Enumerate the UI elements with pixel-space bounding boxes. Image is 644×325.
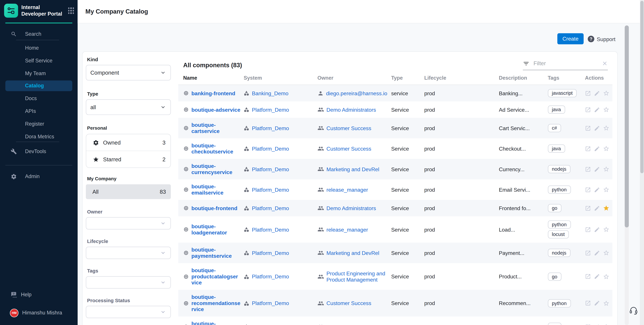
owner-link[interactable]: release_manager <box>326 226 368 233</box>
system-link[interactable]: Platform_Demo <box>252 226 289 233</box>
edit-icon[interactable] <box>594 205 600 211</box>
system-link[interactable]: Platform_Demo <box>252 250 289 256</box>
star-icon[interactable] <box>603 90 610 96</box>
owner-link[interactable]: diego.pereira@harness.io <box>326 90 387 96</box>
processing-status-select[interactable] <box>86 306 171 318</box>
table-scrollbar[interactable] <box>625 25 629 325</box>
edit-icon[interactable] <box>594 324 600 325</box>
type-select[interactable]: all <box>86 99 171 115</box>
sidebar-item-admin[interactable]: Admin <box>5 171 72 182</box>
component-name-link[interactable]: boutique-checkoutservice <box>192 142 240 155</box>
sidebar-item-self-service[interactable]: Self Service <box>5 55 72 66</box>
open-in-new-icon[interactable] <box>585 125 591 131</box>
edit-icon[interactable] <box>594 300 600 306</box>
component-name-link[interactable]: boutique-frontend <box>192 205 238 211</box>
column-header-description[interactable]: Description <box>499 73 548 85</box>
system-link[interactable]: Banking_Demo <box>252 90 288 96</box>
component-name-link[interactable]: boutique-productcatalogservice <box>192 267 240 286</box>
sidebar-item-register[interactable]: Register <box>5 119 72 129</box>
star-icon[interactable] <box>603 145 610 152</box>
edit-icon[interactable] <box>594 186 600 193</box>
column-header-owner[interactable]: Owner <box>318 73 391 85</box>
sidebar-item-docs[interactable]: Docs <box>5 93 72 104</box>
sidebar-item-dora-metrics[interactable]: Dora Metrics <box>5 131 72 142</box>
star-icon[interactable] <box>603 300 610 306</box>
owner-link[interactable]: Customer Success <box>326 146 371 152</box>
sidebar-item-catalog[interactable]: Catalog <box>5 80 72 91</box>
owner-link[interactable]: Customer Success <box>326 300 371 306</box>
filter-all-row[interactable]: All 83 <box>86 184 171 199</box>
filter-input[interactable] <box>533 60 598 67</box>
edit-icon[interactable] <box>594 226 600 233</box>
component-name-link[interactable]: boutique-emailservice <box>192 183 240 196</box>
system-link[interactable]: Platform_Demo <box>252 186 289 193</box>
edit-icon[interactable] <box>594 106 600 113</box>
column-header-type[interactable]: Type <box>391 73 424 85</box>
star-icon[interactable] <box>603 324 610 325</box>
owner-link[interactable]: release_manager <box>326 186 368 193</box>
system-link[interactable]: Platform_Demo <box>252 166 289 172</box>
owner-select[interactable] <box>86 217 171 229</box>
open-in-new-icon[interactable] <box>585 186 591 193</box>
column-header-tags[interactable]: Tags <box>548 73 585 85</box>
sidebar-item-apis[interactable]: APIs <box>5 106 72 117</box>
scrollbar-thumb[interactable] <box>640 1 644 173</box>
star-icon[interactable] <box>603 166 610 172</box>
column-header-lifecycle[interactable]: Lifecycle <box>424 73 499 85</box>
kind-select[interactable]: Component <box>86 65 171 80</box>
edit-icon[interactable] <box>594 125 600 131</box>
lifecycle-select[interactable] <box>86 247 171 259</box>
support-chat-icon[interactable] <box>629 306 638 315</box>
owner-link[interactable]: Marketing and DevRel <box>326 250 380 256</box>
owner-link[interactable]: Customer Success <box>326 125 371 131</box>
component-name-link[interactable]: boutique-adservice <box>192 106 240 113</box>
open-in-new-icon[interactable] <box>585 106 591 113</box>
open-in-new-icon[interactable] <box>585 146 591 152</box>
star-icon[interactable] <box>603 186 610 193</box>
column-header-system[interactable]: System <box>244 73 317 85</box>
owner-link[interactable]: Marketing and DevRel <box>326 324 380 325</box>
star-icon[interactable] <box>603 125 610 131</box>
open-in-new-icon[interactable] <box>585 205 591 211</box>
open-in-new-icon[interactable] <box>585 300 591 306</box>
scrollbar-thumb[interactable] <box>625 25 629 227</box>
system-link[interactable]: Platform_Demo <box>252 324 289 325</box>
support-button[interactable]: ? Support <box>588 36 616 42</box>
personal-filter-starred[interactable]: Starred2 <box>86 151 170 167</box>
open-in-new-icon[interactable] <box>585 226 591 233</box>
star-icon[interactable] <box>603 205 610 211</box>
component-name-link[interactable]: boutique-loadgenerator <box>192 223 240 236</box>
edit-icon[interactable] <box>594 146 600 152</box>
system-link[interactable]: Platform_Demo <box>252 205 289 211</box>
star-icon[interactable] <box>603 106 610 113</box>
sidebar-item-my-team[interactable]: My Team <box>5 68 72 79</box>
open-in-new-icon[interactable] <box>585 250 591 256</box>
column-header-actions[interactable]: Actions <box>585 73 612 85</box>
apps-grid-icon[interactable] <box>68 7 74 14</box>
tags-select[interactable] <box>86 276 171 289</box>
sidebar-item-help[interactable]: ? Help <box>0 290 78 300</box>
edit-icon[interactable] <box>594 273 600 280</box>
open-in-new-icon[interactable] <box>585 90 591 96</box>
system-link[interactable]: Platform_Demo <box>252 300 289 306</box>
open-in-new-icon[interactable] <box>585 273 591 280</box>
edit-icon[interactable] <box>594 166 600 172</box>
system-link[interactable]: Platform_Demo <box>252 106 289 113</box>
system-link[interactable]: Platform_Demo <box>252 146 289 152</box>
component-name-link[interactable]: banking-frontend <box>192 90 236 96</box>
component-name-link[interactable]: boutique-currencyservice <box>192 163 240 175</box>
sidebar-item-home[interactable]: Home <box>5 43 72 53</box>
owner-link[interactable]: Demo Administrators <box>326 205 376 211</box>
page-scrollbar[interactable] <box>640 0 644 325</box>
sidebar-item-devtools[interactable]: DevTools <box>5 146 72 157</box>
owner-link[interactable]: Product Engineering and Product Manageme… <box>326 270 388 283</box>
component-name-link[interactable]: boutique-redisservice <box>192 321 240 325</box>
system-link[interactable]: Platform_Demo <box>252 273 289 280</box>
column-header-name[interactable]: Name <box>178 73 244 85</box>
create-button[interactable]: Create <box>558 33 584 44</box>
owner-link[interactable]: Demo Administrators <box>326 106 376 113</box>
component-name-link[interactable]: boutique-paymentservice <box>192 247 240 259</box>
user-menu[interactable]: HM Himanshu Mishra <box>0 308 78 318</box>
edit-icon[interactable] <box>594 90 600 96</box>
owner-link[interactable]: Marketing and DevRel <box>326 166 380 172</box>
